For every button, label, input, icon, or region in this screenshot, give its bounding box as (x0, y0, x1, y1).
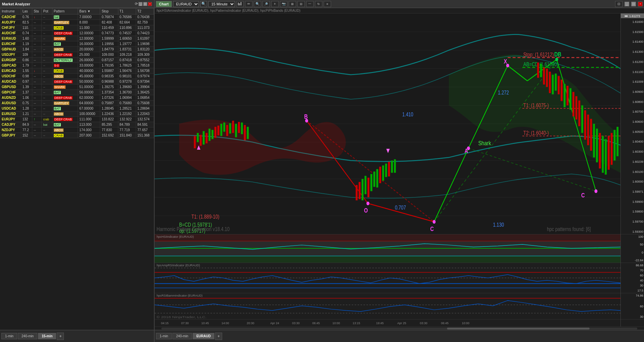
table-row[interactable]: GBPCHF 1.37 -- -- BAT 56.00000 1.37354 1… (0, 90, 154, 95)
svg-text:© 2018 NinjaTrader, LLC.: © 2018 NinjaTrader, LLC. (157, 315, 207, 319)
cell-bars: 25.000 (78, 52, 100, 58)
tab-240min-left[interactable]: 240-min (18, 333, 37, 339)
cell-pot: -- (42, 47, 52, 52)
table-row[interactable]: EURCAD 1.55 ↓ -- CRAB 40.00000 1.55887 1… (0, 68, 154, 74)
price-1610: 1.61009 (621, 80, 643, 83)
col-pattern[interactable]: Pattern (52, 8, 78, 14)
cell-instrument: USDJPY (0, 52, 21, 58)
table-row[interactable]: GBPUSD 1.39 -- -- SHARK 51.00000 1.39275… (0, 84, 154, 90)
table-row[interactable]: CHFJPY 110. -- -- CRAB 11.000 110.459 11… (0, 25, 154, 31)
table-row[interactable]: EURGBP 0.86 -- -- BUTTERFLY 26.00000 0.8… (0, 58, 154, 63)
table-row[interactable]: USDCAD 1.28 -- -- BAT 67.00000 1.28045 1… (0, 106, 154, 111)
cell-stop: 1.39275 (100, 84, 118, 90)
pair-selector[interactable]: EURAUD (173, 1, 199, 7)
svg-text:B: B (304, 113, 308, 120)
col-t2[interactable]: T2 (136, 8, 154, 14)
svg-rect-103 (581, 105, 583, 133)
col-pot[interactable]: Pot (42, 8, 52, 14)
table-row[interactable]: EURCHF 1.19 -- -- BAT 16.00000 1.19956 1… (0, 41, 154, 47)
tab-euraud-chart[interactable]: EURAUD (193, 333, 214, 339)
zoom-out-icon[interactable]: 🔎 (263, 1, 270, 7)
table-row[interactable]: GBPJPY 152 -- -- CRAB 207.000 152.692 15… (0, 133, 154, 138)
cell-pot: -- (42, 95, 52, 101)
cell-bars: 50.00000 (78, 79, 100, 84)
table-row[interactable]: CADJPY 84.9 -- bat BAT 113.000 85.295 84… (0, 122, 154, 127)
bars-icon[interactable] (236, 1, 244, 7)
cell-sta: -- (32, 58, 42, 63)
win-maximize[interactable]: □ (631, 2, 636, 6)
svg-text:T1: (1.6075-): T1: (1.6075-) (523, 102, 549, 108)
win-close[interactable]: × (638, 2, 643, 6)
svg-rect-63 (217, 125, 219, 135)
col-sta[interactable]: Sta (32, 8, 42, 14)
add-tab-chart[interactable]: + (215, 333, 222, 340)
cell-stop: 0.98335 (100, 74, 118, 79)
table-row[interactable]: CADCHF 0.76 ↓ -- bat 7.00000 0.76874 0.7… (0, 14, 154, 20)
tab-15min-left[interactable]: 15-min (38, 333, 56, 339)
table-row[interactable]: AUDCHF 0.74 -- -- DEEP CRAB 12.00000 0.7… (0, 31, 154, 36)
tab-240min-chart[interactable]: 240-min (172, 333, 192, 339)
add-tab-left[interactable]: + (57, 333, 64, 340)
cell-last: 0.97 (21, 79, 32, 84)
zoom-in-icon[interactable]: 🔍 (254, 1, 261, 7)
cell-t1: 1.36700 (118, 90, 136, 95)
chart-scrollbar[interactable] (155, 327, 644, 330)
table-row[interactable]: GBPCAD 1.79 -- -- 5-0 33.00000 1.79195 1… (0, 63, 154, 68)
cell-stop: 0.87157 (100, 58, 118, 63)
minimize-btn[interactable]: _ (138, 2, 143, 6)
tab-1min-left[interactable]: 1-min (1, 333, 17, 339)
svg-rect-1 (239, 3, 240, 5)
col-instrument[interactable]: Instrume (0, 8, 21, 14)
undock-icon[interactable]: ⊡ (615, 1, 622, 7)
cell-pattern: DEEP CRAB (52, 95, 78, 101)
cell-t1: 82.664 (118, 20, 136, 25)
chart-bottom-tabs: 1-min 240-min EURAUD + (155, 330, 644, 342)
cell-pot: -- (42, 14, 52, 20)
col-t1[interactable]: T1 (118, 8, 136, 14)
refresh-icon[interactable]: ⟳ (135, 2, 138, 6)
tab-1min-chart[interactable]: 1-min (156, 333, 172, 339)
screenshot-icon[interactable]: 📷 (280, 1, 287, 7)
cell-bars: 100.00000 (78, 111, 100, 117)
pencil-icon[interactable]: ✏ (245, 1, 252, 7)
table-row[interactable]: EURAUD 1.60 -- -- SHARK 12.00000 1.59999… (0, 36, 154, 41)
win-minimize[interactable]: _ (625, 2, 629, 6)
cell-last: 132 (21, 117, 32, 122)
table-row[interactable]: USDCHF 0.98 -- -- ABCD 45.00000 0.98335 … (0, 74, 154, 79)
tool7-icon[interactable]: 〰 (306, 1, 314, 7)
table-row[interactable]: AUDNZD 1.06 -- -- DEEP CRAB 62.00000 1.0… (0, 95, 154, 101)
table-row[interactable]: AUDCAD 0.97 -- -- DEEP CRAB 50.00000 0.9… (0, 79, 154, 84)
chart-header: Chart EURAUD 🔍 15 Minute ✏ 🔍 🔎 + 📷 ⊞ ⊟ 〰… (155, 0, 644, 8)
svg-rect-0 (238, 3, 239, 5)
cell-instrument: NZDJPY (0, 127, 21, 133)
table-row[interactable]: AUDJPY 82.5 -- -- GARTLEY 8.000 82.408 8… (0, 20, 154, 25)
table-row[interactable]: AUDUSD 0.75 -- -- GARTLEY 64.00000 0.758… (0, 101, 154, 106)
cell-pot: -- (42, 58, 52, 63)
tool8-icon[interactable]: ↻ (315, 1, 322, 7)
cell-sta: -- (32, 101, 42, 106)
crosshair-icon[interactable]: + (271, 1, 279, 7)
col-bars[interactable]: Bars ▼ (78, 8, 100, 14)
table-row[interactable]: USDJPY 109 -- -- DEEP CRAB 25.000 109.00… (0, 52, 154, 58)
table-row[interactable]: GBPAUD 1.84 -- -- ABCD 20.00000 1.84779 … (0, 47, 154, 52)
close-btn[interactable]: × (148, 2, 152, 6)
cell-stop: 85.295 (100, 122, 118, 127)
table-row[interactable]: NZDJPY 77.2 -- -- ABCD 174.000 77.830 77… (0, 127, 154, 133)
tool6-icon[interactable]: ⊟ (297, 1, 305, 7)
maximize-btn[interactable]: □ (143, 2, 147, 6)
tool5-icon[interactable]: ⊞ (289, 1, 296, 7)
chart-title-button[interactable]: Chart (156, 1, 172, 7)
col-last[interactable]: Las (21, 8, 32, 14)
menu-icon[interactable]: ≡ (324, 1, 331, 7)
svg-rect-77 (364, 176, 366, 194)
search-button[interactable]: 🔍 (200, 1, 207, 7)
table-row[interactable]: EURJPY 132 ↑ crab DEEP CRAB 111.000 133.… (0, 117, 154, 122)
col-stop[interactable]: Stop (100, 8, 118, 14)
cell-instrument: EURGBP (0, 58, 21, 63)
timeframe-selector[interactable]: 15 Minute (208, 1, 235, 7)
cell-sta: -- (32, 74, 42, 79)
svg-rect-66 (226, 125, 228, 136)
table-row[interactable]: EURUSD 1.21 -- -- ABCD 100.00000 1.22436… (0, 111, 154, 117)
cell-instrument: GBPCAD (0, 63, 21, 68)
cell-bars: 113.000 (78, 122, 100, 127)
